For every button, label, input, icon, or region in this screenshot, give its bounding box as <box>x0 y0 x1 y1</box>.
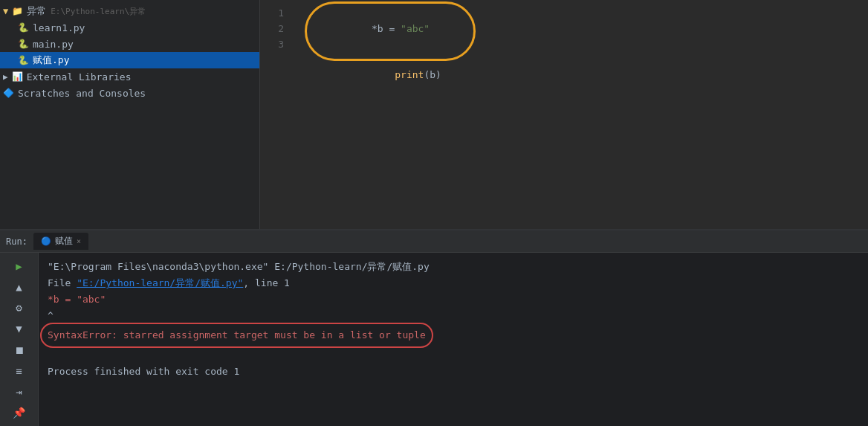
library-icon: 📊 <box>12 71 23 82</box>
code-line-3 <box>302 99 856 114</box>
run-panel: Run: 🔵 赋值 × ▶ ▲ ⚙ ▼ ⏹ ≡ ⇥ 📌 "E:\Pro <box>0 229 868 426</box>
editor-area: 1 2 3 *b = "abc" print(b) <box>260 0 868 229</box>
step-button[interactable]: ⇥ <box>9 383 30 401</box>
tab-close-button[interactable]: × <box>77 237 81 245</box>
project-root[interactable]: ▼ 📁 异常 E:\Python-learn\异常 <box>0 3 259 19</box>
output-line-process: Process finished with exit code 1 <box>48 364 859 380</box>
file-tree: ▼ 📁 异常 E:\Python-learn\异常 🐍 learn1.py 🐍 … <box>0 0 259 229</box>
sidebar-item-label: learn1.py <box>33 22 85 33</box>
top-area: ▼ 📁 异常 E:\Python-learn\异常 🐍 learn1.py 🐍 … <box>0 0 868 229</box>
pin-button[interactable]: 📌 <box>9 404 30 422</box>
stop-button[interactable]: ⏹ <box>9 341 30 359</box>
error-message: SyntaxError: starred assignment target m… <box>48 329 426 341</box>
scroll-up-button[interactable]: ▲ <box>9 278 30 296</box>
tab-label: 赋值 <box>55 235 73 248</box>
run-tab-bar: Run: 🔵 赋值 × <box>0 230 868 253</box>
sidebar-item-label: External Libraries <box>27 71 132 83</box>
list-button[interactable]: ≡ <box>9 362 30 380</box>
python-file-icon: 🐍 <box>18 22 29 33</box>
settings-button[interactable]: ⚙ <box>9 299 30 317</box>
sidebar-item-learn1[interactable]: 🐍 learn1.py <box>0 19 259 36</box>
sidebar-item-label: 赋值.py <box>33 54 69 67</box>
code-line-1: *b = "abc" <box>302 6 856 52</box>
sidebar-item-label: main.py <box>33 39 74 50</box>
code-editor[interactable]: *b = "abc" print(b) <box>290 0 868 229</box>
run-button[interactable]: ▶ <box>9 257 30 275</box>
file-link[interactable]: "E:/Python-learn/异常/赋值.py" <box>77 277 243 288</box>
output-line-command: "E:\Program Files\naconda3\python.exe" E… <box>48 259 859 275</box>
scroll-down-button[interactable]: ▼ <box>9 320 30 338</box>
run-tab-fuvalue[interactable]: 🔵 赋值 × <box>33 233 88 250</box>
app-window: ▼ 📁 异常 E:\Python-learn\异常 🐍 learn1.py 🐍 … <box>0 0 868 426</box>
run-label: Run: <box>6 236 27 247</box>
line-numbers: 1 2 3 <box>260 0 290 229</box>
code-line-2: print(b) <box>302 52 856 98</box>
sidebar-item-external-libs[interactable]: ▶ 📊 External Libraries <box>0 68 259 85</box>
line-number: 3 <box>260 37 284 53</box>
project-path-label: E:\Python-learn\异常 <box>51 6 146 17</box>
folder-expand-icon: ▼ <box>3 6 8 16</box>
expand-icon: ▶ <box>3 72 8 82</box>
error-oval-wrapper: SyntaxError: starred assignment target m… <box>48 327 426 343</box>
python-file-active-icon: 🐍 <box>18 55 29 65</box>
tab-run-icon: 🔵 <box>41 236 51 246</box>
output-line-error: SyntaxError: starred assignment target m… <box>48 324 426 346</box>
project-name-label: 异常 <box>27 4 46 18</box>
run-toolbar: ▶ ▲ ⚙ ▼ ⏹ ≡ ⇥ 📌 <box>0 253 39 426</box>
output-line-file: File "E:/Python-learn/异常/赋值.py", line 1 <box>48 275 859 291</box>
python-file-icon: 🐍 <box>18 39 29 49</box>
sidebar-item-fuvalue[interactable]: 🐍 赋值.py <box>0 52 259 68</box>
project-folder-icon: 📁 <box>12 6 23 16</box>
sidebar: ▼ 📁 异常 E:\Python-learn\异常 🐍 learn1.py 🐍 … <box>0 0 260 229</box>
run-output: "E:\Program Files\naconda3\python.exe" E… <box>39 253 868 426</box>
output-line-caret: ^ <box>48 308 859 324</box>
scratch-icon: 🔷 <box>3 88 14 98</box>
sidebar-item-scratches[interactable]: 🔷 Scratches and Consoles <box>0 85 259 101</box>
sidebar-item-main[interactable]: 🐍 main.py <box>0 36 259 52</box>
line-number: 1 <box>260 6 284 22</box>
output-line-code: *b = "abc" <box>48 291 859 308</box>
editor-content[interactable]: 1 2 3 *b = "abc" print(b) <box>260 0 868 229</box>
output-line-blank <box>48 346 859 363</box>
sidebar-item-label: Scratches and Consoles <box>18 88 146 99</box>
line-number: 2 <box>260 22 284 37</box>
run-panel-body: ▶ ▲ ⚙ ▼ ⏹ ≡ ⇥ 📌 "E:\Program Files\nacond… <box>0 253 868 426</box>
